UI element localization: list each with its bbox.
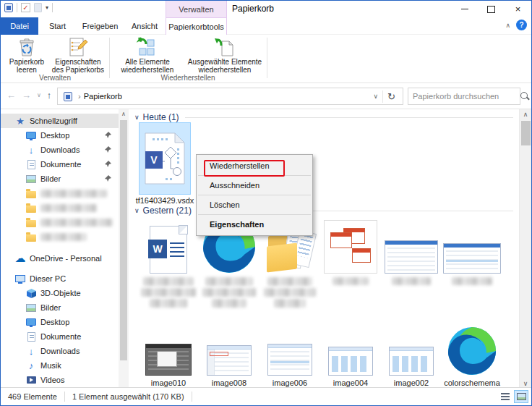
qat-customize-icon[interactable]: ▾ xyxy=(46,5,48,11)
sidebar-item-dieser-pc[interactable]: Dieser PC xyxy=(1,271,119,286)
group-header-gestern[interactable]: ∨ Gestern (21) xyxy=(134,206,513,216)
scrollbar-thumb[interactable] xyxy=(521,121,531,145)
scroll-up-icon[interactable]: ∧ xyxy=(520,111,531,118)
folder-icon xyxy=(25,218,38,227)
navigation-pane: ★ Schnellzugriff Desktop ↓ Downloads Dok… xyxy=(1,109,119,389)
sidebar-item-schnellzugriff[interactable]: ★ Schnellzugriff xyxy=(1,114,119,128)
tab-datei[interactable]: Datei xyxy=(1,17,38,35)
sidebar-item-videos[interactable]: Videos xyxy=(1,373,119,387)
file-tile-image004[interactable]: image004 xyxy=(320,316,381,396)
minimize-button[interactable] xyxy=(451,1,478,17)
explorer-window: ✓ ▾ Verwalten Papierkorb × Datei Start F… xyxy=(0,0,532,406)
titlebar: ✓ ▾ Verwalten Papierkorb × xyxy=(1,1,531,17)
scrollbar-thumb[interactable] xyxy=(120,120,127,360)
recycle-bin-properties-button[interactable]: Eigenschaften des Papierkorbs xyxy=(48,36,108,74)
sidebar-item-blurred-folder[interactable] xyxy=(1,200,119,215)
sidebar-item-3d-objekte[interactable]: 3D-Objekte xyxy=(1,286,119,300)
sidebar-item-blurred-folder[interactable] xyxy=(1,229,119,244)
refresh-icon[interactable]: ↻ xyxy=(382,90,400,103)
forward-icon[interactable]: → xyxy=(22,90,31,101)
restore-selected-button[interactable]: Ausgewählte Elemente wiederherstellen xyxy=(185,36,265,74)
qat-blank-icon[interactable] xyxy=(34,3,42,12)
file-tile-selected-visio[interactable]: V tf16403429.vsdx xyxy=(139,122,191,205)
menu-item-wiederherstellen[interactable]: Wiederherstellen xyxy=(197,158,312,174)
file-tile-image010[interactable]: image010 xyxy=(138,316,199,396)
context-menu: Wiederherstellen Ausschneiden Löschen Ei… xyxy=(196,154,313,236)
restore-selected-icon xyxy=(215,36,235,58)
chevron-down-icon: ∨ xyxy=(134,114,140,121)
sidebar-item-musik[interactable]: ♪ Musik xyxy=(1,358,119,373)
window-title: Papierkorb xyxy=(232,4,274,14)
file-tile-image002[interactable]: image002 xyxy=(381,316,442,396)
scroll-down-icon[interactable]: ∨ xyxy=(520,380,531,387)
blurred-file-name xyxy=(392,277,431,285)
group-label-wiederherstellen: Wiederherstellen xyxy=(110,74,266,82)
recent-locations-icon[interactable]: ∨ xyxy=(37,92,41,98)
window-screenshot-thumb xyxy=(385,240,438,274)
close-button[interactable]: × xyxy=(505,1,531,17)
file-tile-colorschememapping[interactable]: colorschememapping xyxy=(442,316,502,396)
sidebar-item-desktop-pc[interactable]: Desktop xyxy=(1,315,119,329)
properties-check-icon[interactable]: ✓ xyxy=(21,3,30,12)
document-icon xyxy=(25,160,38,169)
tab-papierkorbtools[interactable]: Papierkorbtools xyxy=(166,17,227,35)
search-input[interactable] xyxy=(408,92,520,101)
sidebar-item-blurred-folder[interactable] xyxy=(1,215,119,229)
up-icon[interactable]: ↑ xyxy=(47,90,52,101)
pin-icon xyxy=(104,161,111,169)
address-bar[interactable]: › Papierkorb ∨ ↻ xyxy=(57,88,403,105)
sidebar-item-desktop[interactable]: Desktop xyxy=(1,128,119,143)
recycle-bin-icon[interactable] xyxy=(4,3,13,12)
sidebar-item-dokumente[interactable]: Dokumente xyxy=(1,157,119,172)
menu-item-loeschen[interactable]: Löschen xyxy=(197,197,312,213)
maximize-button[interactable] xyxy=(478,1,505,17)
address-row: ← → ∨ ↑ › Papierkorb ∨ ↻ xyxy=(1,83,531,109)
sidebar-item-downloads-pc[interactable]: ↓ Downloads xyxy=(1,344,119,358)
file-tile-word-doc[interactable]: W xyxy=(138,221,199,308)
breadcrumb[interactable]: Papierkorb xyxy=(84,92,122,101)
sidebar-item-onedrive[interactable]: ☁ OneDrive - Personal xyxy=(1,251,119,266)
group-header-heute[interactable]: ∨ Heute (1) xyxy=(134,112,513,122)
folder-icon xyxy=(25,189,38,198)
blurred-label xyxy=(40,204,97,212)
file-tile-screenshot[interactable] xyxy=(442,221,502,308)
scroll-up-icon[interactable]: ∧ xyxy=(119,111,129,117)
empty-recycle-bin-button[interactable]: Papierkorb leeren xyxy=(4,36,50,74)
back-icon[interactable]: ← xyxy=(7,90,16,101)
tab-freigeben[interactable]: Freigeben xyxy=(77,17,124,35)
window-screenshot-thumb xyxy=(328,347,373,376)
file-tile-image006[interactable]: image006 xyxy=(259,316,320,396)
file-tile-presentation[interactable] xyxy=(320,221,381,308)
visio-file-icon: V xyxy=(145,132,185,185)
downloads-icon: ↓ xyxy=(25,145,38,156)
group-label-verwalten: Verwalten xyxy=(1,74,109,82)
file-tile-screenshot[interactable] xyxy=(381,221,442,308)
address-dropdown-icon[interactable]: ∨ xyxy=(369,93,383,100)
sidebar-item-blurred-folder[interactable] xyxy=(1,186,119,200)
details-view-button[interactable] xyxy=(498,390,512,403)
help-icon[interactable]: ? xyxy=(516,20,527,30)
sidebar-item-dokumente-pc[interactable]: Dokumente xyxy=(1,329,119,344)
menu-item-ausschneiden[interactable]: Ausschneiden xyxy=(197,177,312,193)
menu-item-eigenschaften[interactable]: Eigenschaften xyxy=(197,216,312,232)
tab-start[interactable]: Start xyxy=(38,17,77,35)
file-tile-image008[interactable]: image008 xyxy=(199,316,259,396)
downloads-icon: ↓ xyxy=(25,346,38,357)
sidebar-item-downloads[interactable]: ↓ Downloads xyxy=(1,143,119,157)
thumbnail-view-button[interactable] xyxy=(514,390,528,403)
selection-info: 1 Element ausgewählt (170 KB) xyxy=(65,392,192,401)
restore-all-icon xyxy=(137,36,158,58)
sidebar-item-bilder[interactable]: Bilder xyxy=(1,172,119,186)
main-scrollbar[interactable]: ∧ ∨ xyxy=(519,109,531,389)
selection-highlight: V xyxy=(139,122,191,195)
videos-icon xyxy=(25,376,38,384)
tab-ansicht[interactable]: Ansicht xyxy=(124,17,166,35)
quick-access-toolbar: ✓ ▾ xyxy=(4,3,53,12)
sidebar-item-bilder-pc[interactable]: Bilder xyxy=(1,300,119,315)
collapse-ribbon-icon[interactable]: ∧ xyxy=(505,22,510,29)
file-list-area: ∨ Heute (1) xyxy=(129,109,520,389)
restore-all-button[interactable]: Alle Elemente wiederherstellen xyxy=(111,36,184,74)
pin-icon xyxy=(104,146,111,155)
sidebar-scrollbar[interactable]: ∧ xyxy=(119,109,129,389)
svg-text:V: V xyxy=(150,154,158,166)
